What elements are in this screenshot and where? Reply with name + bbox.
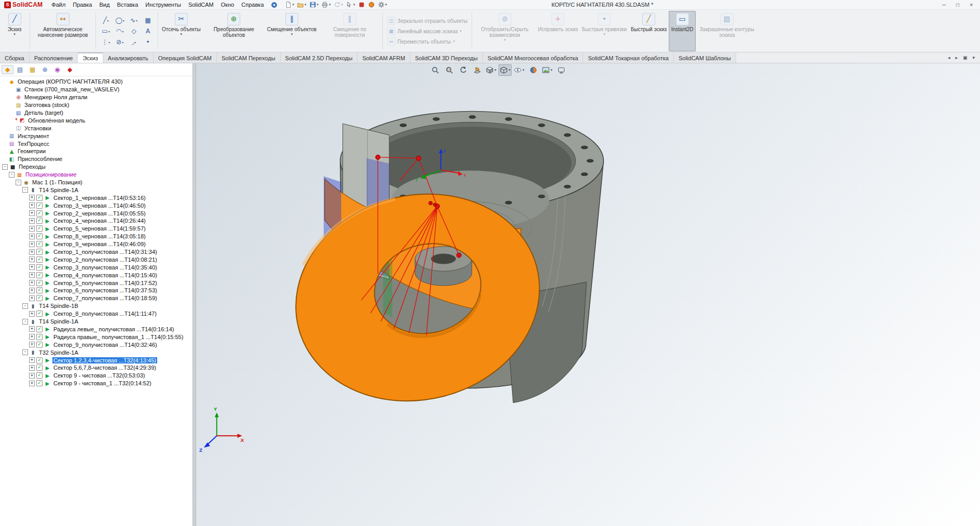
tree-row[interactable]: -▮T32 Spindle-1A	[0, 348, 192, 356]
chevron-down-icon[interactable]: ▾	[453, 39, 455, 44]
chevron-down-icon[interactable]: ▾	[107, 19, 109, 22]
tree-row[interactable]: +✓▶Сектор 9 - чистовая_1 ...T32(0:14:52)	[0, 380, 192, 387]
expand-icon[interactable]: +	[29, 226, 35, 232]
tree-row[interactable]: ▣Станок (i700_mazak_new_VASILEV)	[0, 86, 192, 93]
expand-icon[interactable]: +	[29, 357, 35, 363]
expand-icon[interactable]: +	[29, 234, 35, 239]
tree-row[interactable]: ◧Приспособление	[0, 155, 192, 163]
tree-row[interactable]: +✓▶Сектор_3_черновая ...T14(0:46:50)	[0, 201, 192, 209]
tab-solidcam-шаблоны[interactable]: SolidCAM Шаблоны	[674, 52, 736, 63]
scroll-right-icon[interactable]: ▸	[953, 54, 960, 61]
text-tool-button[interactable]: A	[141, 26, 155, 36]
tab-расположение[interactable]: Расположение	[30, 52, 78, 63]
chevron-down-icon[interactable]: ▾	[291, 33, 293, 37]
tree-row[interactable]: -◉Мас 1 (1- Позиция)	[0, 179, 192, 186]
chevron-down-icon[interactable]: ▾	[13, 33, 16, 37]
pin-icon[interactable]	[271, 2, 278, 8]
chevron-down-icon[interactable]: ▾	[460, 29, 462, 33]
scene-3d[interactable]: z x y Y X Z	[196, 63, 980, 526]
panes-icon[interactable]: ▣	[961, 54, 970, 61]
tree-row[interactable]: *◩Обновлённая модель	[0, 116, 192, 124]
menu-item-вид[interactable]: Вид	[95, 1, 113, 9]
operation-checkbox[interactable]: ✓	[36, 342, 43, 348]
section-view-button[interactable]	[471, 64, 484, 76]
expand-icon[interactable]: +	[29, 272, 35, 278]
tree-row[interactable]: +✓▶Сектор_9_черновая ...T14(0:46:09)	[0, 240, 192, 248]
tree-row[interactable]: +✓▶Радиуса правые_ получистовая_1 ...T14…	[0, 333, 192, 341]
sketch-button[interactable]: ╱ Эскиз ▾	[1, 11, 28, 51]
operation-checkbox[interactable]: ✓	[36, 203, 43, 209]
chevron-down-icon[interactable]: ▾	[522, 68, 524, 72]
expand-icon[interactable]: +	[29, 311, 35, 317]
undo-button[interactable]: ▾	[333, 1, 344, 9]
grid-tool-button[interactable]: ▦	[141, 15, 155, 25]
expand-icon[interactable]: +	[29, 365, 35, 371]
appearance-button[interactable]	[367, 1, 376, 9]
operation-checkbox[interactable]: ✓	[36, 295, 43, 301]
tab-операция-solidcam[interactable]: Операция SolidCAM	[154, 52, 217, 63]
operation-checkbox[interactable]: ✓	[36, 372, 43, 379]
chevron-down-icon[interactable]: ▾	[136, 19, 137, 22]
tree-row[interactable]: -■Переходы	[0, 163, 192, 171]
tree-row[interactable]: +✓▶Сектор_2_черновая ...T14(0:05:55)	[0, 209, 192, 217]
options-button[interactable]: ▾	[377, 1, 389, 9]
tree-row[interactable]: +✓▶Сектор_1_черновая ...T14(0:53:16)	[0, 194, 192, 201]
expand-icon[interactable]: +	[29, 280, 35, 286]
tree-row[interactable]: ▤ТехПроцесс	[0, 140, 192, 147]
panel-tab-display-manager[interactable]: ◉	[51, 65, 63, 74]
auto-dimension-button[interactable]: ↔ Автоматическое нанесение размеров	[32, 11, 94, 51]
minimize-button[interactable]: ─	[937, 1, 951, 9]
menu-item-файл[interactable]: Файл	[48, 1, 69, 9]
zoom-area-button[interactable]	[443, 64, 456, 76]
operation-checkbox[interactable]: ✓	[36, 280, 43, 286]
tree-row[interactable]: +✓▶Сектор_6_получистовая ...T14(0:37:53)	[0, 287, 192, 294]
chevron-down-icon[interactable]: ▾	[329, 3, 331, 7]
trim-button[interactable]: ✂ Отсечь объекты ▾	[160, 11, 203, 51]
tab-solidcam-3d-переходы[interactable]: SolidCAM 3D Переходы	[410, 52, 483, 63]
operation-checkbox[interactable]: ✓	[36, 287, 43, 293]
collapse-icon[interactable]: -	[16, 180, 21, 185]
tree-row[interactable]: +✓▶Сектор_1_получистовая ...T14(0:31:34)	[0, 248, 192, 256]
operation-checkbox[interactable]: ✓	[36, 233, 43, 239]
tree-row[interactable]: +✓▶Сектор 1,2,3,4-чистовая ...T32(4:13:4…	[0, 356, 192, 364]
tree-row[interactable]: +✓▶Сектор_4_черновая ...T14(0:26:44)	[0, 217, 192, 225]
operation-checkbox[interactable]: ✓	[36, 272, 43, 278]
polygon-tool-button[interactable]: ◇	[127, 26, 141, 36]
rectangle-tool-button[interactable]: ▭▾	[99, 26, 113, 36]
tree-row[interactable]: -▮T14 Spindle-1A	[0, 186, 192, 194]
panel-tab-cam-manager[interactable]: ◆	[2, 65, 13, 74]
chevron-down-icon[interactable]: ▾	[550, 68, 553, 72]
tree-row[interactable]: ◆Операция (КОРПУС НАГНТАТЕЛЯ 430)	[0, 78, 192, 86]
operation-checkbox[interactable]: ✓	[36, 264, 43, 271]
scroll-left-icon[interactable]: ◂	[946, 54, 953, 61]
expand-icon[interactable]: +	[29, 381, 35, 386]
panel-tab-cam-tree[interactable]: ◆	[64, 65, 76, 74]
expand-icon[interactable]: +	[29, 241, 35, 247]
expand-icon[interactable]: +	[29, 342, 35, 347]
tree-row[interactable]: ▧Деталь (target)	[0, 109, 192, 117]
new-button[interactable]: ▾	[284, 1, 296, 9]
expand-icon[interactable]: +	[29, 257, 35, 262]
appearance-button[interactable]	[527, 64, 540, 76]
collapse-icon[interactable]: -	[22, 349, 28, 355]
chevron-down-icon[interactable]: ▾	[504, 38, 506, 43]
menu-item-окно[interactable]: Окно	[217, 1, 238, 9]
tree-row[interactable]: +✓▶Сектор_8_получистовая ...T14(1:11:47)	[0, 310, 192, 318]
operation-checkbox[interactable]: ✓	[36, 241, 43, 247]
panel-tab-feature-manager[interactable]: ▤	[14, 65, 26, 74]
menu-item-вставка[interactable]: Вставка	[113, 1, 142, 9]
offset-entities-button[interactable]: ∥ Смещение объектов ▾	[265, 11, 319, 51]
chevron-down-icon[interactable]: ▾	[293, 3, 295, 7]
save-button[interactable]: ▾	[308, 1, 320, 9]
fillet-tool-button[interactable]: ◞▾	[127, 37, 141, 47]
offset-surface-button[interactable]: ∥ Смещение по поверхности	[319, 11, 381, 51]
expand-icon[interactable]: +	[29, 326, 35, 332]
tree-row[interactable]: +✓▶Сектор_8_черновая ...T14(3:05:18)	[0, 233, 192, 240]
chevron-down-icon[interactable]: ▾	[134, 41, 136, 44]
menu-item-правка[interactable]: Правка	[69, 1, 95, 9]
chevron-down-icon[interactable]: ▾	[108, 30, 110, 33]
operation-checkbox[interactable]: ✓	[36, 311, 43, 317]
ellipse-tool-button[interactable]: ⊘▾	[113, 37, 127, 47]
expand-icon[interactable]: +	[29, 264, 35, 270]
graphics-viewport[interactable]: z x y Y X Z	[196, 63, 980, 526]
